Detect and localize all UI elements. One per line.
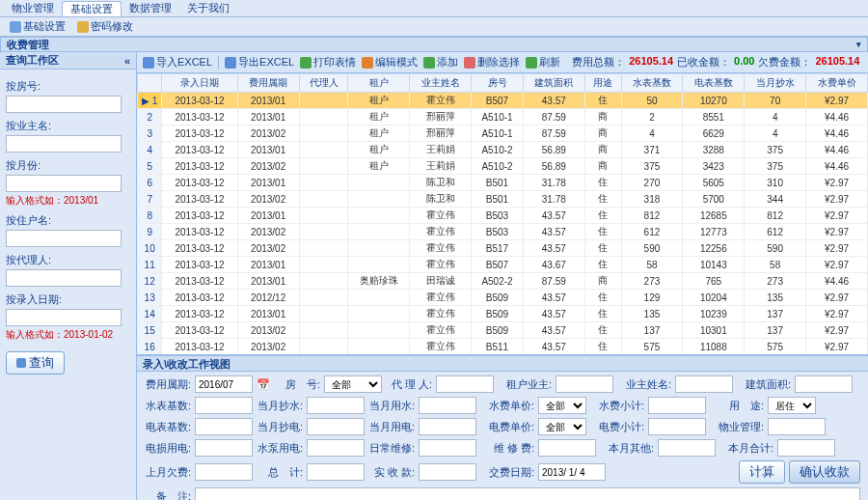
delete-button[interactable]: 删除选择 [464,55,520,69]
rownum-cell[interactable]: 6 [138,175,162,191]
inp-recv-date[interactable] [538,463,606,481]
rownum-cell[interactable]: 7 [138,191,162,208]
table-row[interactable]: 132013-03-122012/12霍立伟B50943.57住12910204… [138,290,868,306]
inp-recv[interactable] [419,463,476,481]
rownum-cell[interactable]: 4 [138,142,162,158]
col-header[interactable]: 费用属期 [237,74,299,93]
add-button[interactable]: 添加 [423,55,458,69]
rownum-cell[interactable]: 2 [138,109,162,125]
table-row[interactable]: 42013-03-122013/01租户王莉娟A510-256.89商37132… [138,142,868,158]
input-owner[interactable] [6,135,122,153]
rownum-cell[interactable]: 16 [138,339,162,355]
inp-remark[interactable] [195,487,860,500]
table-row[interactable]: ▶ 12013-03-122013/01租户霍立伟B50743.57住50102… [138,93,868,109]
table-row[interactable]: 62013-03-122013/01陈卫和B50131.78住270560531… [138,175,868,191]
inp-total[interactable] [307,463,365,481]
col-header[interactable]: 电表基数 [683,74,745,93]
col-header[interactable]: 租户 [348,74,410,93]
inp-owner-name[interactable] [675,375,733,393]
inp-last-due[interactable] [195,463,253,481]
sidebar-collapse-icon[interactable]: « [124,55,130,67]
table-row[interactable]: 142013-03-122013/01霍立伟B50943.57住13510239… [138,306,868,322]
inp-water-use[interactable] [419,397,476,414]
menu-property[interactable]: 物业管理 [4,1,62,15]
inp-agent[interactable] [436,375,494,393]
query-button[interactable]: 查询 [6,351,65,375]
rownum-cell[interactable]: 15 [138,322,162,339]
table-row[interactable]: 52013-03-122013/02租户王莉娟A510-256.89商37534… [138,158,868,175]
export-excel-button[interactable]: 导出EXCEL [225,55,294,69]
table-row[interactable]: 152013-03-122013/02霍立伟B50943.57住13710301… [138,322,868,339]
col-header[interactable]: 业主姓名 [410,74,472,93]
inp-other[interactable] [658,439,716,457]
inp-elec-base[interactable] [195,418,253,435]
inp-total-month[interactable] [777,439,835,457]
input-room[interactable] [6,96,122,113]
ribbon-change-password[interactable]: 密码修改 [73,19,137,34]
table-row[interactable]: 82013-03-122013/01霍立伟B50343.57住812126858… [138,208,868,224]
input-rent[interactable] [6,230,122,247]
col-header[interactable]: 当月抄水 [745,74,806,93]
menu-about[interactable]: 关于我们 [179,1,237,15]
data-grid[interactable]: 录入日期费用属期代理人租户业主姓名房号建筑面积用途水表基数电表基数当月抄水水费单… [137,73,868,355]
menu-data[interactable]: 数据管理 [122,1,179,15]
rownum-cell[interactable]: 10 [138,240,162,257]
rownum-cell[interactable]: 3 [138,125,162,142]
menu-basic[interactable]: 基础设置 [62,1,122,16]
input-month[interactable] [6,175,122,192]
ribbon-basic-settings[interactable]: 基础设置 [6,19,69,34]
table-row[interactable]: 122013-03-122013/01奥赔珍珠田瑞诚A502-287.59商27… [138,273,868,290]
table-row[interactable]: 162013-03-122013/02霍立伟B51143.57住57511088… [138,339,868,355]
sel-room[interactable]: 全部 [324,375,382,393]
print-button[interactable]: 打印表情 [300,55,356,69]
rownum-cell[interactable]: 12 [138,273,162,290]
col-header[interactable]: 水费单价 [806,74,868,93]
input-agent[interactable] [6,269,122,287]
section-collapse-icon[interactable]: ▾ [856,40,861,49]
col-header[interactable]: 水表基数 [621,74,683,93]
sel-elec-price[interactable]: 全部 [538,418,586,435]
sel-usage[interactable]: 居住 [768,397,816,414]
table-row[interactable]: 102013-03-122013/02霍立伟B51743.57住59012256… [138,240,868,257]
col-header[interactable]: 建筑面积 [523,74,584,93]
col-rownum[interactable] [138,74,162,93]
inp-mgmt[interactable] [768,418,826,435]
inp-elec-sub[interactable] [648,418,706,435]
calc-button[interactable]: 计算 [739,460,785,484]
rownum-cell[interactable]: 13 [138,290,162,306]
confirm-receive-button[interactable]: 确认收款 [789,460,860,484]
period-picker-icon[interactable]: 📅 [257,378,270,391]
table-row[interactable]: 22013-03-122013/01租户邢丽萍A510-187.59商28551… [138,109,868,125]
col-header[interactable]: 用途 [584,74,621,93]
table-row[interactable]: 72013-03-122013/02陈卫和B50131.78住318570034… [138,191,868,208]
col-header[interactable]: 录入日期 [162,74,237,93]
col-header[interactable]: 房号 [472,74,524,93]
import-excel-button[interactable]: 导入EXCEL [143,55,212,69]
inp-water-sub[interactable] [648,397,706,414]
sel-water-price[interactable]: 全部 [538,397,586,414]
inp-area[interactable] [795,375,853,393]
rownum-cell[interactable]: 11 [138,257,162,273]
rownum-cell[interactable]: 8 [138,208,162,224]
table-row[interactable]: 112013-03-122013/01霍立伟B50743.67住58101435… [138,257,868,273]
inp-daily-repair[interactable] [419,439,476,457]
input-date[interactable] [6,309,122,326]
rownum-cell[interactable]: 14 [138,306,162,322]
edit-mode-button[interactable]: 编辑模式 [362,55,418,69]
inp-cur-water[interactable] [307,397,365,414]
inp-repair-fee[interactable] [538,439,596,457]
inp-pump-elec[interactable] [307,439,365,457]
inp-owner2[interactable] [556,375,613,393]
inp-elec-loss[interactable] [195,439,253,457]
rownum-cell[interactable]: 5 [138,158,162,175]
inp-cur-elec[interactable] [307,418,365,435]
inp-water-base[interactable] [195,397,253,414]
table-row[interactable]: 32013-03-122013/02租户邢丽萍A510-187.59商46629… [138,125,868,142]
rownum-cell[interactable]: 9 [138,224,162,240]
inp-elec-use[interactable] [419,418,476,435]
refresh-button[interactable]: 刷新 [526,55,560,69]
col-header[interactable]: 代理人 [299,74,348,93]
rownum-cell[interactable]: ▶ 1 [138,93,162,109]
inp-period[interactable] [195,375,253,393]
table-row[interactable]: 92013-03-122013/02霍立伟B50343.57住612127736… [138,224,868,240]
